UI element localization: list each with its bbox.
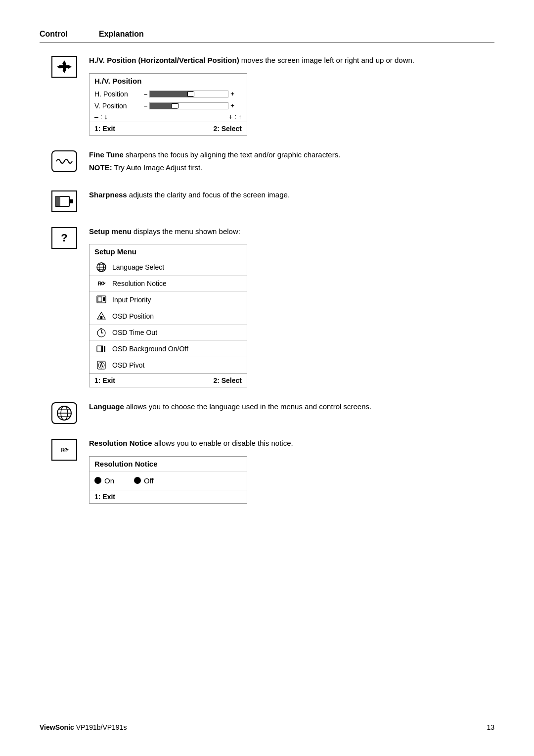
v-minus-icon: –	[144, 102, 147, 109]
setup-menu-row: ? Setup menu displays the menu shown bel…	[40, 226, 494, 388]
hv-icon-cell	[40, 55, 89, 78]
input-priority-icon	[94, 294, 108, 305]
resolution-notice-normal: allows you to enable or disable this not…	[152, 439, 293, 447]
language-icon-cell	[40, 401, 89, 424]
page-number: 13	[487, 723, 494, 731]
svg-marker-2	[57, 65, 60, 69]
fine-tune-normal: sharpens the focus by aligning the text …	[124, 150, 341, 159]
menu-item-osd-pivot: A OSD Pivot	[89, 357, 247, 374]
v-position-row: V. Position – +	[89, 100, 247, 112]
svg-rect-18	[100, 316, 102, 319]
osd-pivot-label: OSD Pivot	[112, 361, 144, 369]
sharpness-icon-cell	[40, 189, 89, 212]
svg-rect-25	[101, 346, 103, 352]
menu-item-language: Language Select	[89, 259, 247, 276]
language-select-label: Language Select	[112, 263, 164, 271]
resolution-notice-icon: R⟳	[94, 278, 108, 289]
resolution-table-footer: 1: Exit	[89, 490, 247, 503]
hv-position-text: H./V. Position (Horizontal/Vertical Posi…	[89, 55, 494, 136]
fine-tune-bold: Fine Tune	[89, 150, 124, 159]
sharpness-display-icon	[54, 194, 74, 208]
osd-position-icon	[94, 311, 108, 322]
fine-tune-note-normal: Try Auto Image Adjust first.	[112, 163, 203, 172]
h-minus-icon: –	[144, 90, 147, 97]
resolution-table-header: Resolution Notice	[89, 457, 247, 471]
hv-position-row: H./V. Position (Horizontal/Vertical Posi…	[40, 55, 494, 136]
page-footer: ViewSonic VP191b/VP191s 13	[40, 723, 494, 731]
setup-menu-table-header: Setup Menu	[89, 244, 247, 259]
hv-arrows-right: + : ↑	[228, 113, 242, 121]
h-position-slider: – +	[144, 90, 242, 97]
radio-on-icon	[94, 477, 101, 484]
sharpness-text: Sharpness adjusts the clarity and focus …	[89, 189, 494, 203]
explanation-header: Explanation	[99, 30, 144, 39]
fine-tune-note-bold: NOTE:	[89, 163, 112, 172]
hv-bold-text: H./V. Position (Horizontal/Vertical Posi…	[89, 56, 239, 64]
resolution-notice-label: Resolution Notice	[112, 280, 167, 287]
h-position-row: H. Position – +	[89, 88, 247, 100]
question-mark-icon: ?	[61, 232, 67, 244]
v-plus-icon: +	[230, 102, 234, 109]
hv-footer-select: 2: Select	[213, 125, 242, 133]
hv-footer-exit: 1: Exit	[94, 125, 115, 133]
resolution-notice-icon-box: R⟳	[51, 439, 77, 461]
h-plus-icon: +	[230, 90, 234, 97]
resolution-options: On Off	[89, 471, 247, 490]
language-icon	[51, 402, 77, 424]
language-bold: Language	[89, 402, 124, 411]
move-arrows-icon	[56, 59, 73, 74]
svg-rect-7	[69, 199, 73, 203]
column-headers: Control Explanation	[40, 30, 494, 39]
hv-table-footer: 1: Exit 2: Select	[89, 122, 247, 135]
setup-menu-icon: ?	[51, 227, 77, 249]
radio-off-icon	[134, 477, 141, 484]
resolution-notice-text: Resolution Notice allows you to enable o…	[89, 438, 494, 504]
h-position-label: H. Position	[94, 90, 144, 98]
resolution-on-option: On	[94, 476, 114, 485]
fine-tune-icon	[51, 150, 77, 172]
sharpness-icon	[51, 190, 77, 212]
setup-menu-footer: 1: Exit 2: Select	[89, 374, 247, 387]
header-divider	[40, 43, 494, 43]
svg-marker-0	[62, 60, 66, 64]
hv-normal-text: moves the screen image left or right and…	[239, 56, 414, 64]
fine-tune-text: Fine Tune sharpens the focus by aligning…	[89, 149, 494, 176]
setup-menu-normal: displays the menu shown below:	[132, 227, 240, 236]
svg-rect-15	[98, 297, 102, 302]
menu-item-resolution: R⟳ Resolution Notice	[89, 276, 247, 292]
resolution-footer-exit: 1: Exit	[94, 493, 115, 501]
hv-table: H./V. Position H. Position – + V. Positi…	[89, 73, 247, 136]
svg-marker-3	[68, 65, 72, 69]
osd-position-label: OSD Position	[112, 312, 154, 320]
language-normal: allows you to choose the language used i…	[124, 402, 371, 411]
input-priority-label: Input Priority	[112, 296, 151, 304]
svg-rect-16	[103, 297, 105, 301]
setup-menu-table: Setup Menu Language Select R⟳ Resolution…	[89, 244, 247, 387]
svg-rect-8	[55, 196, 60, 206]
svg-rect-24	[104, 346, 105, 352]
language-row: Language allows you to choose the langua…	[40, 401, 494, 424]
hv-table-header: H./V. Position	[89, 74, 247, 88]
hv-position-icon	[51, 56, 77, 78]
sharpness-normal: adjusts the clarity and focus of the scr…	[127, 190, 290, 199]
sharpness-bold: Sharpness	[89, 190, 127, 199]
menu-item-input: Input Priority	[89, 292, 247, 308]
resolution-off-label: Off	[144, 476, 154, 485]
resolution-on-label: On	[104, 476, 114, 485]
setup-menu-icon-cell: ?	[40, 226, 89, 249]
resolution-off-option: Off	[134, 476, 154, 485]
v-slider-track	[149, 102, 228, 109]
svg-marker-1	[62, 70, 66, 73]
osd-background-icon	[94, 343, 108, 354]
hv-arrows-left: – : ↓	[94, 113, 107, 121]
fine-tune-wave-icon	[55, 156, 73, 167]
svg-text:A: A	[99, 363, 103, 368]
v-position-slider: – +	[144, 102, 242, 109]
fine-tune-row: Fine Tune sharpens the focus by aligning…	[40, 149, 494, 176]
resolution-notice-bold: Resolution Notice	[89, 439, 152, 447]
menu-item-osd-position: OSD Position	[89, 308, 247, 325]
setup-menu-bold: Setup menu	[89, 227, 132, 236]
osd-timeout-label: OSD Time Out	[112, 329, 157, 336]
setup-menu-text: Setup menu displays the menu shown below…	[89, 226, 494, 388]
resolution-notice-table: Resolution Notice On Off 1: Exit	[89, 456, 247, 504]
